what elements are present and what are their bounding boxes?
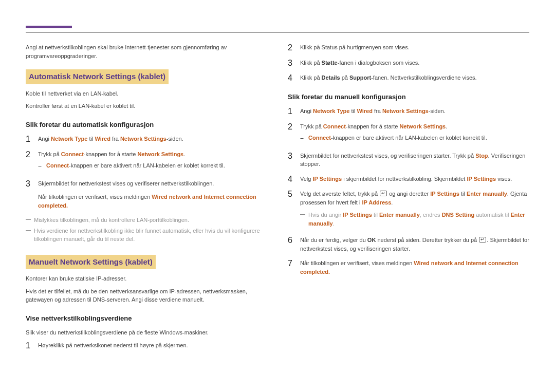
man-step-6: 6 Når du er ferdig, velger du OK nederst… [288, 236, 529, 253]
auto-step-1: 1 Angi Network Type til Wired fra Networ… [26, 135, 267, 144]
t: Trykk på [38, 151, 61, 157]
enter-key-icon [479, 237, 486, 242]
hl: Network Settings [137, 151, 183, 157]
step-body: Velg IP Settings i skjermbildet for nett… [300, 175, 529, 183]
view-step-3: 3 Klikk på Støtte-fanen i dialogboksen s… [288, 59, 529, 68]
t: i skjermbildet for nettverkstilkobling. … [342, 176, 467, 182]
step-number: 3 [288, 59, 295, 68]
t: fra [110, 136, 120, 142]
step-number: 2 [288, 122, 295, 132]
step-body: Klikk på Details på Support-fanen. Nettv… [300, 73, 529, 82]
manual-p1: Kontorer kan bruke statiske IP-adresser. [26, 274, 267, 283]
note-tick-icon [26, 219, 31, 220]
step-number: 5 [288, 190, 295, 199]
man-step-7: 7 Når tilkoblingen er verifisert, vises … [288, 259, 529, 276]
t: nederst på siden. Deretter trykker du på [376, 237, 478, 243]
view-step-1: 1 Høyreklikk på nettverksikonet nederst … [26, 341, 267, 350]
view-step-4: 4 Klikk på Details på Support-fanen. Net… [288, 73, 529, 83]
t: Hvis du angir [308, 212, 343, 218]
auto-p2: Kontroller først at en LAN-kabel er kobl… [26, 102, 267, 110]
t: Når tilkoblingen er verifisert, vises me… [38, 194, 152, 200]
auto-p1: Koble til nettverket via en LAN-kabel. [26, 89, 267, 98]
man-step-1: 1 Angi Network Type til Wired fra Networ… [288, 107, 529, 116]
step-body: Skjermbildet for nettverkstest vises, og… [300, 152, 529, 169]
b: OK [367, 237, 376, 243]
step-body: Klikk på Støtte-fanen i dialogboksen som… [300, 59, 529, 67]
t: -knappen for å starte [346, 123, 400, 129]
page-rule [26, 32, 529, 33]
step-number: 6 [288, 236, 295, 245]
t: på [340, 74, 349, 81]
hl: Network Settings [399, 123, 446, 129]
t: . [183, 151, 185, 157]
note-body: Connect-knappen er bare aktivert når LAN… [308, 134, 529, 142]
step3-msg: Når tilkoblingen er verifisert, vises me… [38, 193, 267, 210]
hl: IP Settings [430, 191, 459, 197]
t: fra [373, 108, 382, 114]
enter-key-icon [380, 191, 387, 196]
hl: IP Address [362, 199, 391, 206]
step-number: 4 [288, 73, 295, 83]
note-line: Hvis du angir IP Settings til Enter manu… [300, 211, 529, 228]
step-body: Når du er ferdig, velger du OK nederst p… [300, 236, 529, 253]
step-number: 1 [26, 341, 33, 350]
t: -knappen for å starte [84, 151, 138, 157]
dash-icon: ‒ [38, 161, 42, 170]
hl: Wired [95, 136, 110, 142]
intro-text: Angi at nettverkstilkoblingen skal bruke… [26, 43, 267, 60]
t: -fanen. Nettverkstilkoblingsverdiene vis… [371, 74, 476, 81]
step-number: 3 [288, 152, 295, 161]
b: Details [322, 74, 340, 81]
page-accent-bar [26, 26, 72, 28]
t: . [446, 123, 447, 129]
t: Velg [300, 176, 312, 182]
t: Velg det øverste feltet, trykk på [300, 191, 379, 197]
note-line-2: Hvis verdiene for nettverkstilkobling ik… [26, 227, 267, 244]
hl: Connect [46, 162, 69, 169]
hl: Network Type [313, 108, 349, 114]
hl: IP Settings [343, 212, 372, 218]
t: til [459, 191, 467, 197]
hl: Stop [475, 153, 488, 159]
manual-p2: Hvis det er tilfellet, må du be den nett… [26, 287, 267, 304]
man-step-5: 5 Velg det øverste feltet, trykk på og a… [288, 190, 529, 230]
t: Angi [38, 136, 51, 142]
hl: Network Type [51, 136, 87, 142]
step-body: Trykk på Connect-knappen for å starte Ne… [300, 122, 529, 145]
note-body: Hvis verdiene for nettverkstilkobling ik… [34, 227, 267, 244]
hl: Network Settings [382, 108, 429, 114]
dash-icon: ‒ [300, 134, 304, 142]
note-tick-icon [300, 214, 305, 215]
step-number: 1 [26, 135, 33, 144]
sub-heading-manual-config: Slik foretar du manuell konfigurasjon [288, 92, 529, 102]
t: -knappen er bare aktivert når LAN-kabele… [331, 135, 487, 141]
man-step-3: 3 Skjermbildet for nettverkstest vises, … [288, 152, 529, 169]
t: -siden. [166, 136, 183, 142]
step-number: 7 [288, 259, 295, 268]
step-number: 2 [26, 150, 33, 159]
hl: Connect [61, 151, 84, 157]
b: Støtte [322, 60, 338, 66]
auto-step-2: 2 Trykk på Connect-knappen for å starte … [26, 150, 267, 173]
auto-step-3: 3 Skjermbildet for nettverkstest vises o… [26, 179, 267, 210]
t: -fanen i dialogboksen som vises. [338, 60, 420, 66]
t: Skjermbildet for nettverkstest vises, og… [300, 153, 475, 159]
step-body: Angi Network Type til Wired fra Network … [300, 107, 529, 116]
step-number: 4 [288, 175, 295, 184]
note-body: Hvis du angir IP Settings til Enter manu… [308, 211, 529, 228]
t: Når du er ferdig, velger du [300, 237, 367, 243]
t: Når tilkoblingen er verifisert, vises me… [300, 260, 414, 266]
sub-heading-view-values: Vise nettverkstilkoblingsverdiene [26, 313, 267, 324]
t: . [391, 199, 393, 206]
step-number: 3 [26, 179, 33, 189]
hl: Connect [308, 135, 331, 141]
step-number: 1 [288, 107, 295, 116]
note-body: Connect-knappen er bare aktivert når LAN… [46, 161, 267, 170]
view-step-2: 2 Klikk på Status på hurtigmenyen som vi… [288, 43, 529, 52]
step-body: Velg det øverste feltet, trykk på og ang… [300, 190, 529, 230]
step-number: 2 [288, 43, 295, 52]
t: Trykk på [300, 123, 323, 129]
t: Klikk på [300, 74, 322, 81]
section-heading-auto: Automatisk Network Settings (kablet) [26, 69, 169, 84]
b: Support [349, 74, 371, 81]
